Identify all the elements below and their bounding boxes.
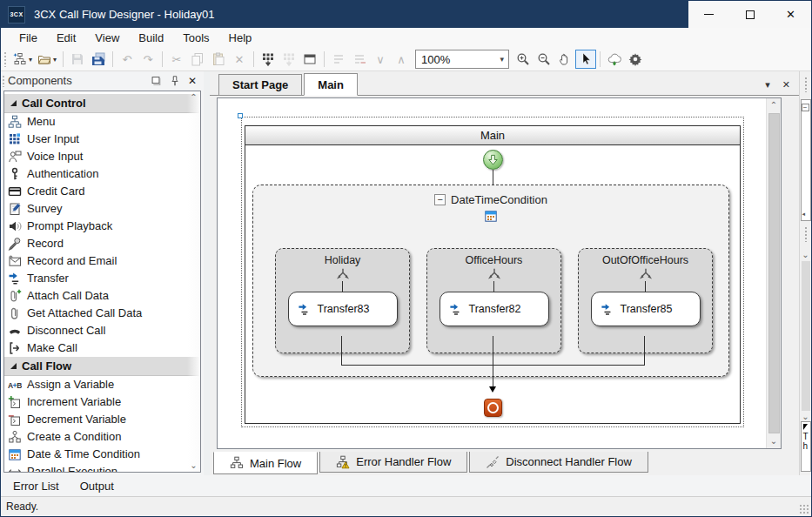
sidebar-item-transfer[interactable]: Transfer <box>4 270 200 287</box>
section-header-call-control[interactable]: Call Control <box>4 94 200 113</box>
cut-button[interactable]: ✂ <box>166 50 187 69</box>
close-document-icon[interactable]: ✕ <box>782 80 790 90</box>
scroll-left-icon[interactable]: ◂ <box>802 211 806 218</box>
format-lines-remove-button[interactable] <box>349 50 370 69</box>
canvas-vertical-scrollbar[interactable]: ⌃ ⌄ <box>766 98 781 448</box>
tab-list-dropdown-icon[interactable]: ▾ <box>765 80 770 90</box>
rebuild-button[interactable] <box>278 50 299 69</box>
sidebar-item-prompt-playback[interactable]: Prompt Playback <box>4 218 200 235</box>
undo-button[interactable]: ↶ <box>117 50 138 69</box>
start-node[interactable] <box>483 150 503 170</box>
sidebar-item-disconnect-call[interactable]: Disconnect Call <box>4 322 200 339</box>
sidebar-item-decrement-variable[interactable]: Decrement Variable <box>4 411 200 428</box>
debug-window-button[interactable] <box>299 50 320 69</box>
validate-cloud-button[interactable] <box>604 50 625 69</box>
chevron-down-icon[interactable]: ▾ <box>29 56 32 64</box>
sidebar-item-user-input[interactable]: User Input <box>4 131 200 148</box>
tab-error-handler-flow[interactable]: Error Handler Flow <box>319 452 467 473</box>
transfer-node-transfer83[interactable]: Transfer83 <box>288 292 398 326</box>
gear-button[interactable] <box>625 50 646 69</box>
sidebar-item-voice-input[interactable]: Voice Input <box>4 148 200 165</box>
pin-icon[interactable] <box>169 75 181 87</box>
paste-button[interactable] <box>208 50 229 69</box>
transfer-node-transfer85[interactable]: Transfer85 <box>591 292 701 326</box>
format-lines-button[interactable] <box>328 50 349 69</box>
scroll-down-icon[interactable]: ⌄ <box>770 434 777 448</box>
new-flow-button[interactable]: ▾ <box>10 50 35 69</box>
scroll-up-icon[interactable]: ⌃ <box>190 93 197 102</box>
menu-view[interactable]: View <box>85 29 129 47</box>
sidebar-item-record[interactable]: Record <box>4 235 200 252</box>
float-window-icon[interactable] <box>150 75 162 87</box>
tab-main[interactable]: Main <box>304 73 358 96</box>
section-header-call-flow[interactable]: Call Flow <box>4 357 200 376</box>
sidebar-item-authentication[interactable]: Authentication <box>4 165 200 183</box>
panel-gripper[interactable] <box>804 226 808 242</box>
save-button[interactable] <box>67 50 88 69</box>
tab-main-flow[interactable]: Main Flow <box>213 452 318 474</box>
collapse-expander-icon[interactable]: − <box>434 194 446 205</box>
menu-tools[interactable]: Tools <box>173 29 218 47</box>
selection-handle[interactable] <box>238 113 243 118</box>
scroll-down-icon[interactable]: ⌄ <box>802 413 809 421</box>
toolbar-gripper[interactable] <box>3 51 8 67</box>
menu-help[interactable]: Help <box>219 29 262 47</box>
dock-tab-output[interactable]: Output <box>80 480 114 493</box>
build-button[interactable] <box>258 50 278 69</box>
components-scrollbar[interactable]: ⌃⌄ <box>187 91 200 472</box>
end-node[interactable] <box>484 399 502 417</box>
sidebar-item-record-and-email[interactable]: Record and Email <box>4 252 200 270</box>
resize-grip[interactable] <box>799 504 809 514</box>
vertical-splitter[interactable] <box>204 71 210 475</box>
sidebar-item-credit-card[interactable]: Credit Card <box>4 183 200 200</box>
chevron-down-icon[interactable]: ▾ <box>53 56 57 64</box>
transfer-node-transfer82[interactable]: Transfer82 <box>440 292 549 326</box>
menu-file[interactable]: File <box>10 29 47 47</box>
menu-edit[interactable]: Edit <box>47 29 85 47</box>
minimize-button[interactable] <box>688 1 729 28</box>
collapse-expander-icon[interactable]: − <box>802 104 809 111</box>
scroll-down-icon[interactable]: ⌄ <box>802 251 809 259</box>
sidebar-item-get-attached-call-data[interactable]: Get Attached Call Data <box>4 305 200 322</box>
sidebar-item-increment-variable[interactable]: Increment Variable <box>4 393 200 411</box>
chevron-up-button[interactable]: ∧ <box>391 50 412 69</box>
save-all-button[interactable] <box>88 50 109 69</box>
clipped-scrollbar[interactable]: ⌄ ⌄ <box>801 251 811 421</box>
panel-close-icon[interactable]: ✕ <box>188 76 197 86</box>
flow-container-header[interactable]: Main <box>245 126 740 145</box>
zoom-level-combobox[interactable]: 100%▾ <box>415 50 509 69</box>
zoom-out-button[interactable] <box>534 50 554 69</box>
design-surface[interactable]: Main <box>218 98 766 448</box>
chevron-down-button[interactable]: ∨ <box>370 50 391 69</box>
open-folder-button[interactable]: ▾ <box>35 50 59 69</box>
sidebar-item-survey[interactable]: Survey <box>4 200 200 218</box>
maximize-button[interactable] <box>729 1 770 28</box>
redo-button[interactable]: ↷ <box>138 50 158 69</box>
zoom-in-button[interactable] <box>513 50 534 69</box>
chevron-down-icon[interactable]: ▾ <box>500 55 509 64</box>
copy-button[interactable] <box>187 50 208 69</box>
sidebar-item-create-a-condition[interactable]: Create a Condition <box>4 428 200 446</box>
delete-button[interactable]: ✕ <box>229 50 250 69</box>
scroll-up-icon[interactable]: ⌃ <box>770 98 777 112</box>
menu-build[interactable]: Build <box>129 29 173 47</box>
branch-holiday[interactable]: HolidayTransfer83 <box>275 248 410 353</box>
tab-disconnect-handler-flow[interactable]: Disconnect Handler Flow <box>469 452 648 473</box>
scrollbar-thumb[interactable] <box>768 113 780 433</box>
panel-gripper[interactable] <box>2 75 5 87</box>
pointer-button[interactable] <box>575 50 596 69</box>
scroll-down-icon[interactable]: ⌄ <box>190 461 197 470</box>
dock-tab-error-list[interactable]: Error List <box>13 480 59 493</box>
panel-gripper[interactable] <box>804 77 808 92</box>
branch-outofofficehours[interactable]: OutOfOfficeHoursTransfer85 <box>578 248 713 353</box>
pan-hand-button[interactable] <box>554 50 575 69</box>
sidebar-item-parallel-execution[interactable]: Parallel Execution <box>4 463 200 473</box>
branch-officehours[interactable]: OfficeHoursTransfer82 <box>426 248 561 353</box>
sidebar-item-make-call[interactable]: Make Call <box>4 339 200 357</box>
sidebar-item-date-time-condition[interactable]: Date & Time Condition <box>4 446 200 463</box>
close-button[interactable]: ✕ <box>770 1 811 28</box>
tab-start-page[interactable]: Start Page <box>218 74 302 95</box>
sidebar-item-attach-call-data[interactable]: Attach Call Data <box>4 287 200 305</box>
datetime-condition-group[interactable]: − DateTimeCondition HolidayTransfer83Off… <box>252 185 729 377</box>
sidebar-item-menu[interactable]: Menu <box>4 113 200 131</box>
